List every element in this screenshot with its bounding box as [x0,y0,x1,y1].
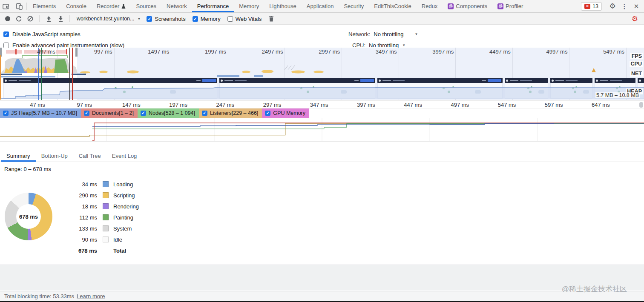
thumbnail-graphic [475,90,481,94]
learn-more-link[interactable]: Learn more [77,293,105,299]
tab-memory[interactable]: Memory [234,0,264,12]
thumbnail-plant-graphic [527,87,529,89]
tab-editthiscookie[interactable]: EditThisCookie [369,0,416,12]
tab-bottom-up[interactable]: Bottom-Up [36,150,73,162]
profile-select-value: workbench.test.yunton... [77,16,135,22]
tab-performance[interactable]: Performance [192,0,234,12]
selection-left-edge [0,55,1,100]
tab-lighthouse[interactable]: Lighthouse [264,0,302,12]
option-disable-js-samples[interactable]: ✓Disable JavaScript samples [3,31,80,37]
inspect-cursor-icon[interactable] [0,0,13,12]
tab-application[interactable]: Application [302,0,339,12]
ruler-tick-label: 347 ms [310,102,328,108]
checkbox-memory-label: Memory [201,16,221,22]
counter-toggle-documents[interactable]: ✓Documents[1 – 2] [81,108,138,118]
total-blocking-time: Total blocking time: 53.33ms [4,293,74,299]
trash-icon[interactable] [267,16,275,22]
time-ruler: 47 ms97 ms147 ms197 ms247 ms297 ms347 ms… [0,100,644,108]
thumbnail-plant-graphic [307,91,309,93]
capture-settings-gear-icon[interactable]: ⚙ [632,14,638,23]
close-devtools-icon[interactable]: ✕ [631,3,641,10]
tab-label: Console [66,3,86,9]
summary-row-system: 133 msSystem [64,223,139,234]
divider [26,3,27,10]
timeline-overview[interactable]: 497 ms997 ms1497 ms1997 ms2497 ms2997 ms… [0,48,644,100]
checkbox-memory-box[interactable]: ✓ [193,16,198,22]
counter-label-nodes: Nodes[528 – 1 094] [149,110,195,116]
donut-total-label: 678 ms [19,214,38,220]
thumbnail-text [555,80,564,81]
checkbox-disable-js-samples[interactable]: ✓ [3,31,9,37]
scrollbar-thumb[interactable] [639,102,643,108]
clear-recording-icon[interactable] [26,16,34,22]
thumbnail-plant-graphic [443,87,445,89]
selection-handle-right[interactable] [75,48,78,57]
thumbnail-login-button [202,79,216,82]
checkbox-listeners[interactable]: ✓ [202,111,207,116]
tab-profiler[interactable]: Profiler [492,0,528,12]
checkbox-screenshots[interactable]: ✓Screenshots [147,16,185,22]
settings-gear-icon[interactable]: ⚙ [607,2,618,11]
lane-label-cpu: CPU [630,61,643,67]
counter-toggle-nodes[interactable]: ✓Nodes[528 – 1 094] [138,108,199,118]
tab-summary[interactable]: Summary [1,150,36,162]
performance-toolbar: workbench.test.yunton... ▼ ✓Screenshots✓… [0,13,644,25]
load-profile-icon[interactable] [45,16,52,22]
record-button[interactable] [5,16,10,21]
tab-redux[interactable]: Redux [417,0,443,12]
tab-label: EditThisCookie [374,3,411,9]
profile-select[interactable]: workbench.test.yunton... ▼ [75,15,142,23]
tab-security[interactable]: Security [339,0,369,12]
checkbox-nodes[interactable]: ✓ [141,111,146,116]
thumbnail-plant-graphic [574,91,576,93]
screenshot-thumbnail[interactable] [505,78,548,99]
range-label: Range: 0 – 678 ms [4,166,51,172]
thumbnail-plant-graphic [313,86,314,88]
tab-label: Redux [422,3,438,9]
summary-value: 112 ms [64,214,97,221]
memory-counters-chart[interactable] [0,118,644,142]
tab-console[interactable]: Console [61,0,92,12]
error-count-badge[interactable]: ✕ 13 [581,2,602,11]
network-throttling-select[interactable]: Network: No throttling ▼ [348,31,418,37]
screenshot-thumbnail[interactable] [377,78,503,99]
tab-recorder[interactable]: Recorder [92,0,131,12]
checkbox-memory[interactable]: ✓Memory [193,16,221,22]
ruler-tick-label: 147 ms [122,102,141,108]
tab-network[interactable]: Network [161,0,192,12]
save-profile-icon[interactable] [57,16,64,22]
cursor-line-dark [69,48,70,100]
checkbox-web-vitals-box[interactable] [227,16,233,22]
checkbox-gpu-memory[interactable]: ✓ [265,111,270,116]
screenshot-thumbnail[interactable] [550,78,592,99]
tab-label: Profiler [506,3,523,9]
tab-call-tree[interactable]: Call Tree [73,150,106,162]
summary-swatch [103,214,109,220]
reload-and-record-icon[interactable] [14,16,22,22]
thumbnail-logo [379,80,381,82]
ruler-tick-label: 597 ms [545,102,563,108]
ruler-tick-label: 547 ms [498,102,516,108]
tab-components[interactable]: Components [443,0,492,12]
tab-sources[interactable]: Sources [131,0,161,12]
panel-tabs: ElementsConsoleRecorderSourcesNetworkPer… [28,0,528,12]
device-toolbar-icon[interactable] [13,0,26,12]
summary-category-label: Loading [113,181,133,188]
thumbnail-text [482,80,486,81]
checkbox-documents[interactable]: ✓ [84,111,89,116]
donut-hole: 678 ms [16,204,41,229]
checkbox-web-vitals[interactable]: Web Vitals [227,16,262,22]
tab-label: Elements [33,3,56,9]
checkbox-js-heap[interactable]: ✓ [3,111,9,116]
tab-elements[interactable]: Elements [28,0,61,12]
checkbox-screenshots-box[interactable]: ✓ [147,16,152,22]
thumbnail-plant-graphic [575,86,577,88]
counter-toggle-listeners[interactable]: ✓Listeners[229 – 466] [199,108,262,118]
thumbnail-text [382,80,391,81]
tab-event-log[interactable]: Event Log [106,150,143,162]
more-menu-icon[interactable]: ⋮ [619,3,630,10]
counter-toggle-gpu-memory[interactable]: ✓GPU Memory [262,108,309,118]
counter-toggle-js-heap[interactable]: ✓JS Heap[5.7 MB – 10.7 MB] [0,108,81,118]
screenshot-thumbnail[interactable] [3,78,217,99]
screenshot-thumbnail[interactable] [219,78,375,99]
